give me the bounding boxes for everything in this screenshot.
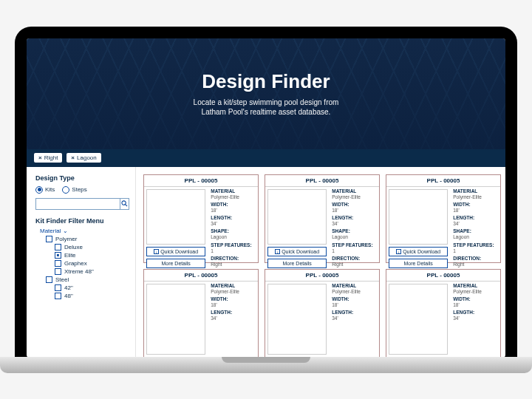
- card-title: PPL - 00005: [386, 270, 500, 282]
- filter-tag-label: Right: [44, 154, 58, 161]
- card-title: PPL - 00005: [386, 175, 500, 187]
- checkbox-label: Graphex: [64, 260, 87, 267]
- design-thumbnail[interactable]: [389, 284, 448, 355]
- design-thumbnail[interactable]: [389, 189, 448, 245]
- search-icon: [121, 200, 128, 207]
- result-card: PPL - 00005 MATERIALPolymer-Elite WIDTH:…: [143, 269, 259, 358]
- checkbox-xtreme[interactable]: Xtreme 48": [55, 268, 129, 275]
- radio-steps[interactable]: Steps: [62, 186, 86, 194]
- filter-sidebar: Design Type Kits Steps: [27, 167, 136, 358]
- result-card: PPL - 00005 Quick Download More Details …: [386, 174, 501, 263]
- design-thumbnail[interactable]: [146, 189, 205, 245]
- quick-download-button[interactable]: Quick Download: [267, 247, 327, 256]
- checkbox-label: Elite: [64, 252, 76, 259]
- result-card: PPL - 00005 Quick Download More Details …: [265, 174, 380, 263]
- card-specs: MATERIALPolymer-Elite WIDTH:18' LENGTH:3…: [450, 282, 500, 357]
- result-card: PPL - 00005 Quick Download More Details …: [143, 174, 259, 263]
- close-icon[interactable]: ×: [38, 154, 42, 161]
- checkbox-48[interactable]: 48": [55, 293, 129, 299]
- design-type-heading: Design Type: [35, 174, 129, 182]
- result-card: PPL - 00005 MATERIALPolymer-Elite WIDTH:…: [386, 269, 501, 358]
- quick-download-button[interactable]: Quick Download: [389, 247, 448, 256]
- radio-label: Kits: [45, 186, 55, 193]
- filter-menu-heading: Kit Finder Filter Menu: [35, 217, 129, 225]
- card-specs: MATERIALPolymer-Elite WIDTH:18' LENGTH:3…: [450, 187, 500, 271]
- design-thumbnail[interactable]: [267, 284, 327, 355]
- checkbox-label: Steel: [55, 276, 69, 283]
- search-input[interactable]: [35, 198, 120, 210]
- checkbox-polymer[interactable]: Polymer: [46, 236, 129, 242]
- card-specs: MATERIALPolymer-Elite WIDTH:18' LENGTH:3…: [208, 282, 258, 357]
- card-title: PPL - 00005: [144, 175, 258, 187]
- card-specs: MATERIALPolymer-Elite WIDTH:18' LENGTH:3…: [329, 282, 379, 357]
- card-specs: MATERIALPolymer-Elite WIDTH:18' LENGTH:3…: [329, 187, 379, 271]
- chevron-down-icon: ⌄: [63, 228, 68, 234]
- checkbox-42[interactable]: 42": [55, 284, 129, 291]
- checkbox-label: 42": [64, 284, 73, 291]
- filter-tag-lagoon[interactable]: × Lagoon: [66, 153, 100, 163]
- filter-section-label: Material: [40, 228, 61, 234]
- checkbox-label: Xtreme 48": [64, 268, 94, 275]
- radio-icon: [35, 186, 43, 194]
- laptop-frame-base: [0, 357, 532, 373]
- download-icon: [275, 249, 280, 254]
- svg-line-1: [126, 205, 128, 207]
- card-title: PPL - 00005: [144, 270, 258, 282]
- search-field[interactable]: [35, 198, 129, 210]
- hero-banner: Design Finder Locate a kit/step swimming…: [27, 38, 505, 149]
- radio-icon: [62, 186, 69, 194]
- download-icon: [154, 249, 159, 254]
- checkbox-elite[interactable]: Elite: [55, 252, 129, 259]
- checkbox-label: 48": [64, 293, 73, 299]
- quick-download-button[interactable]: Quick Download: [146, 247, 205, 256]
- checkbox-steel[interactable]: Steel: [46, 276, 129, 283]
- svg-point-0: [122, 201, 126, 205]
- filter-tag-label: Lagoon: [77, 154, 97, 161]
- download-icon: [396, 249, 401, 254]
- page-title: Design Finder: [202, 70, 330, 93]
- design-thumbnail[interactable]: [267, 189, 327, 245]
- more-details-button[interactable]: More Details: [146, 259, 205, 268]
- filter-section-material[interactable]: Material ⌄: [40, 228, 129, 234]
- card-title: PPL - 00005: [265, 270, 379, 282]
- page-subtitle: Locate a kit/step swimming pool design f…: [194, 98, 339, 117]
- design-thumbnail[interactable]: [146, 284, 205, 355]
- search-button[interactable]: [120, 198, 129, 210]
- filter-tag-right[interactable]: × Right: [34, 153, 62, 163]
- radio-kits[interactable]: Kits: [35, 186, 55, 194]
- checkbox-label: Deluxe: [64, 244, 83, 250]
- results-grid: PPL - 00005 Quick Download More Details …: [136, 167, 505, 358]
- radio-label: Steps: [72, 186, 86, 193]
- close-icon[interactable]: ×: [71, 154, 75, 161]
- checkbox-label: Polymer: [55, 236, 77, 242]
- card-specs: MATERIALPolymer-Elite WIDTH:18' LENGTH:3…: [208, 187, 258, 271]
- active-filters-bar: × Right × Lagoon: [27, 149, 505, 167]
- result-card: PPL - 00005 MATERIALPolymer-Elite WIDTH:…: [265, 269, 380, 358]
- card-title: PPL - 00005: [265, 175, 379, 187]
- checkbox-graphex[interactable]: Graphex: [55, 260, 129, 267]
- more-details-button[interactable]: More Details: [267, 259, 327, 268]
- checkbox-deluxe[interactable]: Deluxe: [55, 244, 129, 250]
- more-details-button[interactable]: More Details: [389, 259, 448, 268]
